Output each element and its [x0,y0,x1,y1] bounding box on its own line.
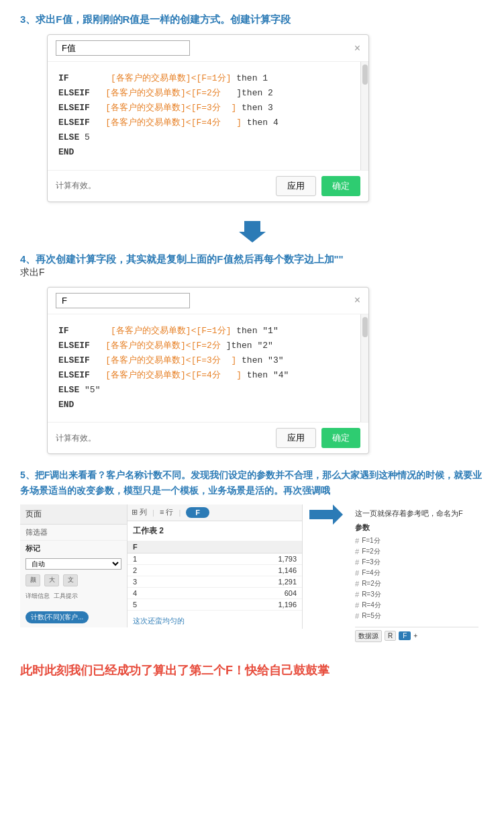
params-title: 参数 [355,523,478,533]
param-label: F=1分 [362,536,381,545]
r-btn[interactable]: R [385,631,396,641]
table-cell-count: 1,291 [187,576,302,587]
dialog-close-icon-2[interactable]: × [354,294,360,306]
code-line-4: ELSEIF [各客户的交易单数]<[F=4分 ] then 4 [58,116,358,130]
table-cell-count: 604 [187,587,302,599]
param-label: R=2分 [362,579,381,588]
svg-marker-0 [239,221,266,242]
tableau-worksheet: ⊞ 列 | ≡ 行 | F 工作表 2 F 11,79321,14631,291… [128,504,303,629]
datasource-btn[interactable]: 数据源 [355,630,382,642]
f-tab-btn[interactable]: F [399,631,411,640]
param-item: #F=2分 [355,546,478,557]
tableau-sidebar: 页面 筛选器 标记 自动 颜 大 文 详细信息 工具提示 计数(不同)(客户..… [20,504,128,627]
param-hash: # [355,590,359,599]
dialog-fvalue-header: × [48,35,368,62]
color-icon[interactable]: 颜 [26,574,40,586]
param-hash: # [355,569,359,577]
table-cell-f: 4 [128,587,187,599]
table-cell-count: 1,196 [187,599,302,610]
code2-line-4: ELSEIF [各客户的交易单数]<[F=4分 ] then "4" [58,368,358,383]
auto-row: 自动 [20,556,127,572]
section3: 3、求出F值，跟刚刚的R值是一样的创建方式。创建计算字段 × IF [各客户的交… [20,13,484,202]
param-hash: # [355,547,359,556]
table-row: 51,196 [128,599,302,610]
table-cell-f: 2 [128,564,187,576]
worksheet-toolbar: ⊞ 列 | ≡ 行 | F [128,504,302,521]
param-hash: # [355,537,359,545]
param-label: R=5分 [362,611,381,621]
table-row: 11,793 [128,553,302,564]
code2-line-3: ELSEIF [各客户的交易单数]<[F=3分 ] then "3" [58,353,358,368]
table-header-f: F [128,541,187,554]
code-line-3: ELSEIF [各客户的交易单数]<[F=3分 ] then 3 [58,101,358,116]
dialog-f-footer: 计算有效。 应用 确定 [48,422,368,453]
param-item: #F=1分 [355,535,478,546]
params-list: #F=1分#F=2分#F=3分#F=4分#R=2分#R=3分#R=4分#R=5分 [355,535,478,621]
code2-line-5: ELSE "5" [58,383,358,398]
evenness-note: 这次还蛮均匀的 [128,613,302,629]
table-cell-count: 1,793 [187,553,302,564]
param-label: F=4分 [362,568,381,578]
table-row: 4604 [128,587,302,599]
table-row: 31,291 [128,576,302,587]
size-icon[interactable]: 大 [44,574,59,586]
code-line-6: END [58,145,358,160]
row-divider: | [179,509,181,517]
section5-screenshot-wrapper: 页面 筛选器 标记 自动 颜 大 文 详细信息 工具提示 计数(不同)(客户..… [20,504,484,646]
param-item: #R=3分 [355,589,478,600]
param-item: #F=3分 [355,557,478,568]
dialog-scrollbar-1[interactable] [360,62,368,170]
section4-title: 4、再次创建计算字段，其实就是复制上面的F值然后再每个数字边上加"" 求出F [20,253,484,279]
confirm-button-2[interactable]: 确定 [321,428,360,448]
right-title-note: 这一页就保存着参考吧，命名为F [355,509,478,519]
f-table: F 11,79321,14631,291460451,196 [128,541,302,611]
field-name-input-1[interactable] [56,40,190,56]
filter-label: 筛选器 [20,525,127,541]
dialog-f-body: IF [各客户的交易单数]<[F=1分] then "1" ELSEIF [各客… [48,314,368,423]
param-hash: # [355,580,359,588]
table-cell-f: 5 [128,599,187,610]
code-line-1: IF [各客户的交易单数]<[F=1分] then 1 [58,71,358,86]
dialog-fvalue: × IF [各客户的交易单数]<[F=1分] then 1 ELSEIF [各客… [47,34,369,202]
param-hash: # [355,558,359,566]
param-label: F=3分 [362,558,381,567]
param-item: #R=2分 [355,578,478,589]
param-hash: # [355,612,359,620]
table-row: 21,146 [128,564,302,576]
scrollbar-thumb-1 [362,64,368,85]
param-item: #R=5分 [355,611,478,621]
dialog-fvalue-footer: 计算有效。 应用 确定 [48,170,368,202]
dialog-f: × IF [各客户的交易单数]<[F=1分] then "1" ELSEIF [… [47,287,369,455]
table-cell-count: 1,146 [187,564,302,576]
footer-buttons-1: 应用 确定 [276,176,360,196]
svg-marker-1 [309,504,343,525]
table-cell-f: 1 [128,553,187,564]
bottom-bar: 数据源 R F + [355,627,478,642]
big-arrow [303,504,350,525]
code2-line-1: IF [各客户的交易单数]<[F=1分] then "1" [58,324,358,339]
apply-button-2[interactable]: 应用 [276,428,316,448]
confirm-button-1[interactable]: 确定 [321,176,360,196]
footer-buttons-2: 应用 确定 [276,428,360,448]
param-hash: # [355,601,359,609]
auto-select[interactable]: 自动 [26,558,121,570]
param-label: F=2分 [362,547,381,556]
code-line-2: ELSEIF [各客户的交易单数]<[F=2分 ]then 2 [58,86,358,101]
text-icon[interactable]: 文 [63,574,78,586]
icon-add[interactable]: + [413,632,417,639]
calc-valid-note-1: 计算有效。 [56,180,96,191]
arrow-down-icon-1 [239,216,266,242]
scrollbar-thumb-2 [362,317,368,337]
detail-tooltip-row: 详细信息 工具提示 [20,589,127,603]
arrow-right-icon [309,504,343,525]
f-pill[interactable]: F [186,507,209,518]
code2-line-2: ELSEIF [各客户的交易单数]<[F=2分 ]then "2" [58,339,358,353]
dialog-scrollbar-2[interactable] [360,314,368,423]
highlight-pill-wrapper: 计数(不同)(客户... [20,607,127,627]
dialog-close-icon-1[interactable]: × [354,42,360,54]
apply-button-1[interactable]: 应用 [276,176,316,196]
field-name-input-2[interactable] [56,293,190,308]
param-item: #R=4分 [355,600,478,611]
param-item: #F=4分 [355,568,478,578]
final-text: 此时此刻我们已经成功了算出了第二个F！快给自己鼓鼓掌 [20,662,484,678]
